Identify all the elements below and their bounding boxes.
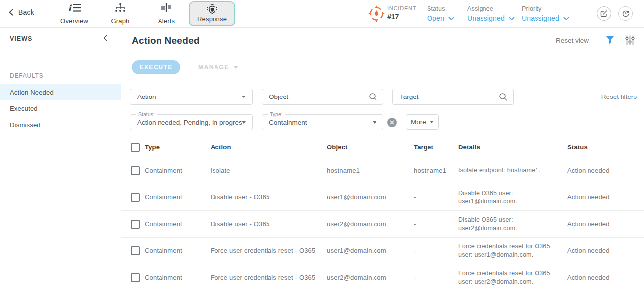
type-filter-value: Containment (269, 119, 307, 126)
status-filter-label: Status: (136, 111, 157, 117)
cell-target: - (414, 220, 458, 228)
history-button[interactable] (618, 6, 633, 21)
tab-label: Graph (111, 17, 129, 25)
flame-target-icon (368, 5, 385, 24)
back-button[interactable]: Back (9, 8, 34, 16)
divider (514, 6, 514, 21)
status-dropdown[interactable]: Open (427, 14, 454, 22)
cell-target: hostname1 (414, 167, 458, 174)
incident-label: INCIDENT (387, 5, 416, 11)
chevron-left-icon (9, 9, 13, 16)
column-header-target: Target (414, 144, 458, 151)
cell-object: user1@domain.com (327, 247, 414, 254)
edit-incident-button[interactable] (597, 6, 611, 21)
tab-overview[interactable]: i Overview (56, 3, 93, 25)
search-icon (369, 93, 377, 103)
target-search-field (392, 89, 514, 105)
column-header-status: Status (567, 144, 644, 151)
action-filter-value: Action (137, 93, 156, 100)
type-filter-dropdown[interactable]: Type: Containment (262, 114, 383, 130)
status-label: Status (427, 5, 454, 12)
cell-action: Force user credentials reset - O365 (211, 247, 327, 254)
more-label: More (411, 118, 426, 126)
tab-graph[interactable]: Graph (105, 3, 136, 25)
node-tree-icon (115, 3, 126, 13)
divider (598, 34, 598, 47)
tab-label: Response (197, 15, 227, 23)
reset-filters-button[interactable]: Reset filters (582, 93, 637, 100)
incident-response-app: Back i Overview Graph Alerts (0, 0, 644, 292)
assignee-value: Unassigned (467, 14, 505, 22)
tab-response[interactable]: Response (189, 1, 235, 26)
select-all-checkbox[interactable] (131, 143, 140, 152)
chevron-left-icon (103, 35, 107, 41)
tune-bars-icon (161, 3, 171, 13)
priority-dropdown[interactable]: Unassigned (522, 14, 569, 22)
target-search-input[interactable] (400, 89, 495, 104)
assignee-label: Assignee (467, 5, 515, 12)
priority-label: Priority (522, 5, 569, 12)
divider (569, 6, 569, 21)
cell-type: Containment (145, 220, 211, 228)
cell-object: hostname1 (327, 167, 414, 174)
action-filter-dropdown[interactable]: Action (130, 89, 253, 105)
execute-button[interactable]: EXECUTE (132, 60, 180, 74)
cell-object: user2@domain.com (327, 274, 414, 281)
cell-type: Containment (145, 274, 211, 281)
row-checkbox[interactable] (131, 246, 140, 255)
cell-details: Force credentials reset for O365 user: u… (458, 243, 567, 259)
view-settings-sliders-icon[interactable] (625, 35, 635, 47)
priority-field: Priority Unassigned (522, 5, 569, 22)
sidebar-item-action-needed[interactable]: Action Needed (0, 84, 121, 100)
manage-label: MANAGE (198, 64, 229, 71)
more-filters-button[interactable]: More (406, 114, 439, 130)
page-title: Action Needed (132, 35, 200, 46)
cell-type: Containment (145, 194, 211, 201)
back-label: Back (18, 8, 34, 16)
tab-label: Overview (60, 17, 88, 25)
reset-view-button[interactable]: Reset view (540, 37, 589, 44)
object-search-field (262, 89, 383, 105)
sidebar-item-dismissed[interactable]: Dismissed (0, 117, 121, 133)
cell-target: - (414, 194, 458, 201)
filter-panel-border (476, 110, 644, 110)
cell-action: Force user credentials reset - O365 (211, 274, 327, 281)
cell-action: Disable user - O365 (211, 220, 327, 228)
cell-type: Containment (145, 247, 211, 254)
object-search-input[interactable] (269, 89, 365, 104)
sidebar-section-label: DEFAULTS (10, 72, 44, 79)
status-field: Status Open (427, 5, 454, 22)
row-checkbox[interactable] (131, 193, 140, 202)
table-row: Containment Isolate hostname1 hostname1 … (121, 157, 644, 184)
assignee-dropdown[interactable]: Unassigned (467, 14, 515, 22)
cell-action: Disable user - O365 (211, 194, 327, 201)
circle-x-icon (390, 120, 394, 125)
cell-details: Disable O365 user: user2@domain.com. (458, 216, 567, 233)
tab-alerts[interactable]: Alerts (151, 3, 182, 25)
clear-type-filter-button[interactable] (387, 118, 397, 127)
cell-object: user1@domain.com (327, 194, 414, 201)
row-checkbox[interactable] (131, 220, 140, 229)
filter-funnel-icon[interactable] (606, 36, 614, 47)
caret-down-icon (430, 121, 434, 123)
row-checkbox[interactable] (131, 273, 140, 282)
status-value: Open (427, 14, 444, 22)
cell-details: Isolate endpoint: hostname1. (458, 166, 567, 175)
table-row: Containment Disable user - O365 user1@do… (121, 184, 644, 211)
sidebar-item-executed[interactable]: Executed (0, 100, 121, 117)
incident-id: INCIDENT #17 (387, 5, 416, 21)
svg-text:i: i (68, 3, 72, 13)
divider (121, 81, 476, 81)
status-filter-dropdown[interactable]: Status: Action needed, Pending, In progr… (130, 114, 253, 130)
cell-status: Action needed (567, 247, 644, 254)
cell-target: - (414, 247, 458, 254)
cell-type: Containment (145, 167, 211, 174)
caret-down-icon (242, 121, 246, 124)
divider (460, 6, 460, 21)
type-filter-label: Type: (268, 111, 285, 117)
manage-button[interactable]: MANAGE (198, 60, 238, 74)
row-checkbox[interactable] (131, 166, 140, 175)
cell-target: - (414, 274, 458, 281)
collapse-sidebar-button[interactable] (103, 34, 107, 43)
cell-object: user2@domain.com (327, 220, 414, 228)
